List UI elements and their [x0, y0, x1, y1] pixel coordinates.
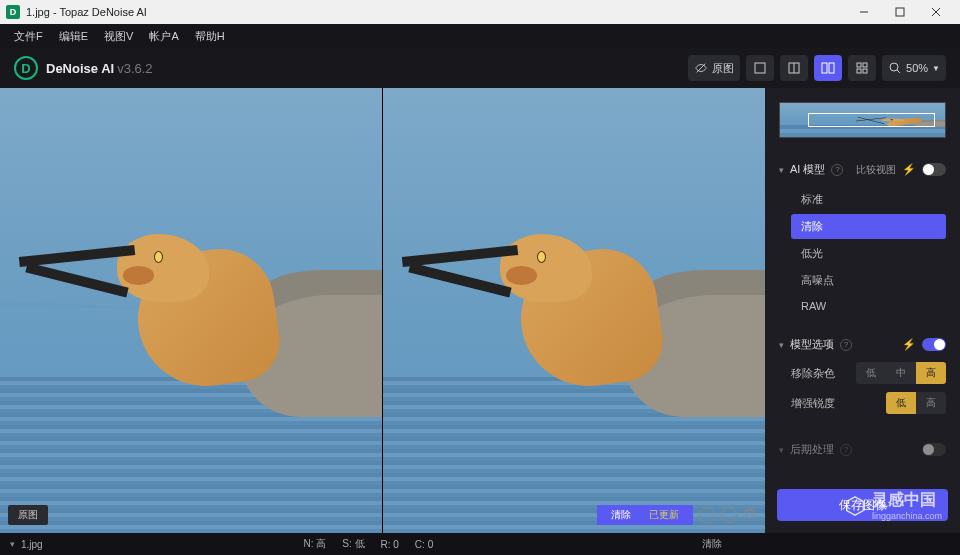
navigator-thumbnail[interactable]	[779, 102, 946, 138]
stat-model: 清除	[702, 537, 722, 551]
app-icon: D	[6, 5, 20, 19]
help-icon[interactable]: ?	[831, 164, 843, 176]
menu-edit[interactable]: 编辑E	[51, 24, 96, 48]
thumbs-down-icon[interactable]	[721, 507, 737, 523]
close-button[interactable]	[918, 0, 954, 24]
grid-icon	[855, 61, 869, 75]
svg-rect-0	[896, 8, 904, 16]
chevron-down-icon: ▼	[932, 64, 940, 73]
view-sidebyside-button[interactable]	[814, 55, 842, 81]
svg-rect-3	[822, 63, 827, 73]
app-header: D DeNoise AIv3.6.2 原图 50% ▼	[0, 48, 960, 88]
chevron-down-icon[interactable]: ▾	[779, 165, 784, 175]
stat-r: R: 0	[381, 539, 399, 550]
mode-raw[interactable]: RAW	[791, 295, 946, 317]
product-name: DeNoise AIv3.6.2	[46, 61, 153, 76]
pane-model-label: 清除	[611, 508, 631, 522]
mode-lowlight[interactable]: 低光	[791, 241, 946, 266]
pane-status: 清除 已更新	[597, 505, 757, 525]
bird-image	[469, 222, 765, 467]
mode-standard[interactable]: 标准	[791, 187, 946, 212]
pane-processed[interactable]: 清除 已更新	[382, 88, 765, 533]
square-icon	[753, 61, 767, 75]
view-grid-button[interactable]	[848, 55, 876, 81]
trash-icon[interactable]	[743, 506, 757, 524]
svg-rect-4	[829, 63, 834, 73]
pane-original-label: 原图	[8, 505, 48, 525]
menu-account[interactable]: 帐户A	[141, 24, 186, 48]
toggle-original-button[interactable]: 原图	[688, 55, 740, 81]
stat-n: N: 高	[304, 537, 327, 551]
zoom-control[interactable]: 50% ▼	[882, 55, 946, 81]
enhance-sharp-segment[interactable]: 低 高	[886, 392, 946, 414]
bolt-icon: ⚡	[902, 163, 916, 176]
mode-severe[interactable]: 高噪点	[791, 268, 946, 293]
help-icon[interactable]: ?	[840, 444, 852, 456]
product-logo: D	[14, 56, 38, 80]
seg-high[interactable]: 高	[916, 392, 946, 414]
search-icon	[888, 61, 902, 75]
minimize-button[interactable]	[846, 0, 882, 24]
pane-original[interactable]: 原图	[0, 88, 382, 533]
section-model-title: AI 模型	[790, 162, 825, 177]
compare-view-toggle[interactable]	[922, 163, 946, 176]
eye-off-icon	[694, 61, 708, 75]
ai-model-list: 标准 清除 低光 高噪点 RAW	[779, 187, 946, 317]
svg-point-9	[890, 63, 898, 71]
auto-options-toggle[interactable]	[922, 338, 946, 351]
section-postproc-title: 后期处理	[790, 442, 834, 457]
view-single-button[interactable]	[746, 55, 774, 81]
view-split-button[interactable]	[780, 55, 808, 81]
remove-noise-segment[interactable]: 低 中 高	[856, 362, 946, 384]
remove-noise-label: 移除杂色	[791, 366, 856, 381]
stat-s: S: 低	[342, 537, 364, 551]
image-viewer[interactable]: 原图 清除 已更新	[0, 88, 765, 533]
menu-file[interactable]: 文件F	[6, 24, 51, 48]
settings-panel: ▾ AI 模型 ? 比较视图 ⚡ 标准 清除 低光 高噪点 RAW ▾ 模型选项…	[765, 88, 960, 533]
save-image-button[interactable]: 保存图像	[777, 489, 948, 521]
help-icon[interactable]: ?	[840, 339, 852, 351]
seg-low[interactable]: 低	[856, 362, 886, 384]
main-area: 原图 清除 已更新	[0, 88, 960, 533]
split-icon	[787, 61, 801, 75]
section-options-title: 模型选项	[790, 337, 834, 352]
remove-noise-row: 移除杂色 低 中 高	[779, 362, 946, 384]
stat-c: C: 0	[415, 539, 433, 550]
pane-update-status: 已更新	[649, 508, 679, 522]
current-filename: 1.jpg	[21, 539, 43, 550]
svg-rect-8	[863, 69, 867, 73]
navigator-viewport-frame[interactable]	[808, 113, 935, 127]
menu-view[interactable]: 视图V	[96, 24, 141, 48]
columns-icon	[821, 61, 835, 75]
menu-bar: 文件F 编辑E 视图V 帐户A 帮助H	[0, 24, 960, 48]
window-titlebar: D 1.jpg - Topaz DeNoise AI	[0, 0, 960, 24]
mode-clear[interactable]: 清除	[791, 214, 946, 239]
svg-rect-5	[857, 63, 861, 67]
maximize-button[interactable]	[882, 0, 918, 24]
svg-rect-1	[755, 63, 765, 73]
svg-rect-7	[857, 69, 861, 73]
seg-high[interactable]: 高	[916, 362, 946, 384]
enhance-sharp-label: 增强锐度	[791, 396, 886, 411]
bird-image	[86, 222, 382, 467]
seg-mid[interactable]: 中	[886, 362, 916, 384]
compare-view-label: 比较视图	[856, 163, 896, 177]
menu-help[interactable]: 帮助H	[187, 24, 233, 48]
chevron-down-icon[interactable]: ▾	[10, 539, 15, 549]
enhance-sharp-row: 增强锐度 低 高	[779, 392, 946, 414]
thumbs-up-icon[interactable]	[699, 507, 715, 523]
chevron-right-icon[interactable]: ▾	[779, 445, 784, 455]
svg-rect-6	[863, 63, 867, 67]
status-bar: ▾ 1.jpg N: 高 S: 低 R: 0 C: 0 清除	[0, 533, 960, 555]
seg-low[interactable]: 低	[886, 392, 916, 414]
window-title: 1.jpg - Topaz DeNoise AI	[26, 6, 147, 18]
postproc-toggle[interactable]	[922, 443, 946, 456]
chevron-down-icon[interactable]: ▾	[779, 340, 784, 350]
bolt-icon: ⚡	[902, 338, 916, 351]
